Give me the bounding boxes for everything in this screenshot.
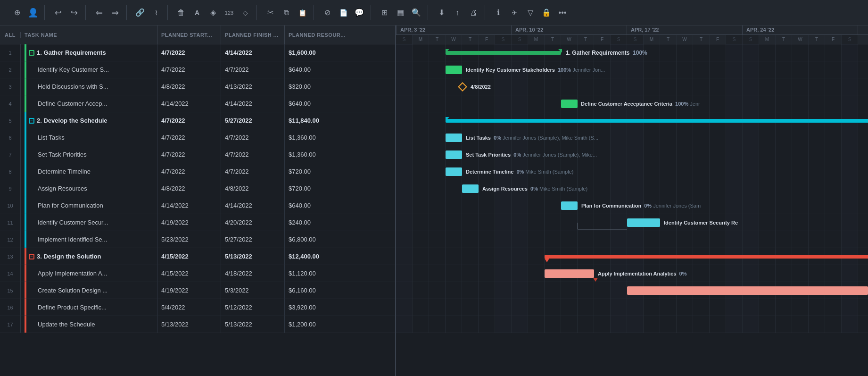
task-name-cell: Implement Identified Se... — [21, 231, 157, 248]
table-row[interactable]: 16 Define Product Specific... 5/4/2022 5… — [0, 299, 395, 316]
toolbar-group-tools: ⊘ 📄 💬 — [316, 5, 371, 20]
undo-button[interactable]: ↩ — [50, 5, 66, 20]
task-name-text: Plan for Communication — [28, 202, 103, 209]
planned-finish-cell: 5/3/2022 — [221, 282, 285, 299]
gantt-milestone-label: 4/8/2022 — [471, 84, 491, 90]
row-number: 2 — [0, 61, 21, 78]
table-row[interactable]: 3 Hold Discussions with S... 4/8/2022 4/… — [0, 78, 395, 95]
table-row[interactable]: 8 Determine Timeline 4/7/2022 4/7/2022 $… — [0, 163, 395, 180]
toolbar: ⊕ 👤 ↩ ↪ ⇐ ⇒ 🔗 ⌇ 🗑 A ◈ 123 ◇ ✂ ⧉ 📋 ⊘ 📄 💬 … — [0, 0, 868, 25]
share-button[interactable]: ↑ — [450, 5, 465, 20]
task-name-cell: Apply Implementation A... — [21, 265, 157, 282]
download-button[interactable]: ⬇ — [434, 5, 449, 20]
gantt-bar-label: Plan for Communication 0% Jennifer Jones… — [581, 203, 701, 209]
gantt-day: M — [528, 35, 545, 44]
task-name-text: List Tasks — [28, 134, 65, 141]
add-resource-button[interactable]: 👤 — [25, 5, 41, 20]
planned-finish-cell: 4/7/2022 — [221, 163, 285, 180]
collapse-icon[interactable]: − — [28, 117, 35, 124]
comments-button[interactable]: 💬 — [352, 5, 367, 20]
task-name-cell: − 1. Gather Requirements — [21, 44, 157, 61]
table-row[interactable]: 9 Assign Resources 4/8/2022 4/8/2022 $72… — [0, 180, 395, 197]
task-name-text: Apply Implementation A... — [28, 270, 107, 277]
grid-view-button[interactable]: ⊞ — [377, 5, 392, 20]
row-number: 4 — [0, 95, 21, 112]
row-number: 7 — [0, 146, 21, 163]
row-number: 14 — [0, 265, 21, 282]
planned-resource-cell: $640.00 — [285, 197, 353, 214]
dependency-down-arrow — [593, 278, 598, 282]
table-row[interactable]: 7 Set Task Priorities 4/7/2022 4/7/2022 … — [0, 146, 395, 163]
task-name-cell: Plan for Communication — [21, 197, 157, 214]
info-button[interactable]: ℹ — [491, 5, 506, 20]
table-row[interactable]: 6 List Tasks 4/7/2022 4/7/2022 $1,360.00 — [0, 129, 395, 146]
gantt-row: Apply Implementation Analytics 0% — [396, 265, 868, 282]
disable-button[interactable]: ⊘ — [320, 5, 335, 20]
gantt-row: Identify Customer Security Re — [396, 214, 868, 231]
outdent-button[interactable]: ⇐ — [91, 5, 107, 20]
zoom-button[interactable]: 🔍 — [409, 5, 424, 20]
diamond-button[interactable]: ◇ — [238, 5, 253, 20]
add-task-button[interactable]: ⊕ — [9, 5, 25, 20]
table-row[interactable]: 1 − 1. Gather Requirements 4/7/2022 4/14… — [0, 44, 395, 61]
table-row[interactable]: 14 Apply Implementation A... 4/15/2022 4… — [0, 265, 395, 282]
planned-finish-header: PLANNED FINISH ... — [221, 25, 285, 44]
task-name-text: 2. Develop the Schedule — [37, 117, 107, 124]
table-header: ALL TASK NAME PLANNED START... PLANNED F… — [0, 25, 395, 44]
color-indicator — [25, 248, 26, 265]
delete-button[interactable]: 🗑 — [174, 5, 189, 20]
gantt-day: M — [644, 35, 660, 44]
planned-finish-cell: 5/13/2022 — [221, 316, 285, 333]
planned-finish-cell: 5/27/2022 — [221, 112, 285, 129]
collapse-icon[interactable]: − — [28, 50, 35, 56]
table-row[interactable]: 11 Identify Customer Secur... 4/19/2022 … — [0, 214, 395, 231]
gantt-week-4: APR, 24 '22 — [743, 25, 858, 34]
paste-button[interactable]: 📋 — [295, 5, 310, 20]
task-name-text: Identify Customer Secur... — [28, 219, 108, 226]
gantt-day: F — [825, 35, 842, 44]
cut-button[interactable]: ✂ — [263, 5, 278, 20]
lock-button[interactable]: 🔒 — [539, 5, 554, 20]
gantt-bar-label: 1. Gather Requirements 100% — [566, 50, 647, 56]
table-view-button[interactable]: ▦ — [393, 5, 408, 20]
shape-button[interactable]: ◈ — [206, 5, 221, 20]
more-button[interactable]: ••• — [555, 5, 570, 20]
gantt-row: 4/8/2022 — [396, 78, 868, 95]
redo-button[interactable]: ↪ — [66, 5, 82, 20]
row-number: 6 — [0, 129, 21, 146]
table-row[interactable]: 4 Define Customer Accep... 4/14/2022 4/1… — [0, 95, 395, 112]
gantt-week-3: APR, 17 '22 — [627, 25, 743, 34]
gantt-row: 1. Gather Requirements 100% — [396, 44, 868, 61]
numbers-button[interactable]: 123 — [222, 5, 237, 20]
table-row[interactable]: 2 Identify Key Customer S... 4/7/2022 4/… — [0, 61, 395, 78]
send-button[interactable]: ✈ — [507, 5, 522, 20]
gantt-task-bar — [627, 286, 868, 295]
print-button[interactable]: 🖨 — [466, 5, 481, 20]
table-row[interactable]: 5 − 2. Develop the Schedule 4/7/2022 5/2… — [0, 112, 395, 129]
table-row[interactable]: 10 Plan for Communication 4/14/2022 4/14… — [0, 197, 395, 214]
task-name-cell: Define Customer Accep... — [21, 95, 157, 112]
dependency-button[interactable]: ⌇ — [149, 5, 164, 20]
planned-resource-cell: $12,400.00 — [285, 248, 353, 265]
gantt-row — [396, 282, 868, 299]
table-row[interactable]: 13 − 3. Design the Solution 4/15/2022 5/… — [0, 248, 395, 265]
gantt-day: W — [677, 35, 693, 44]
copy-button[interactable]: ⧉ — [279, 5, 294, 20]
table-row[interactable]: 12 Implement Identified Se... 5/23/2022 … — [0, 231, 395, 248]
table-row[interactable]: 17 Update the Schedule 5/13/2022 5/13/20… — [0, 316, 395, 333]
font-button[interactable]: A — [190, 5, 205, 20]
gantt-body: 1. Gather Requirements 100% Identify Key… — [396, 44, 868, 376]
color-indicator — [25, 180, 26, 197]
gantt-header: APR, 3 '22 APR, 10 '22 APR, 17 '22 APR, … — [396, 25, 868, 44]
gantt-week-2: APR, 10 '22 — [512, 25, 627, 34]
table-panel: ALL TASK NAME PLANNED START... PLANNED F… — [0, 25, 396, 376]
planned-resource-cell: $11,840.00 — [285, 112, 353, 129]
filter-button[interactable]: ▽ — [523, 5, 538, 20]
collapse-icon[interactable]: − — [28, 253, 35, 260]
notes-button[interactable]: 📄 — [336, 5, 351, 20]
link-button[interactable]: 🔗 — [132, 5, 148, 20]
indent-button[interactable]: ⇒ — [107, 5, 123, 20]
table-row[interactable]: 15 Create Solution Design ... 4/19/2022 … — [0, 282, 395, 299]
task-name-cell: Identify Key Customer S... — [21, 61, 157, 78]
planned-resource-cell: $640.00 — [285, 61, 353, 78]
